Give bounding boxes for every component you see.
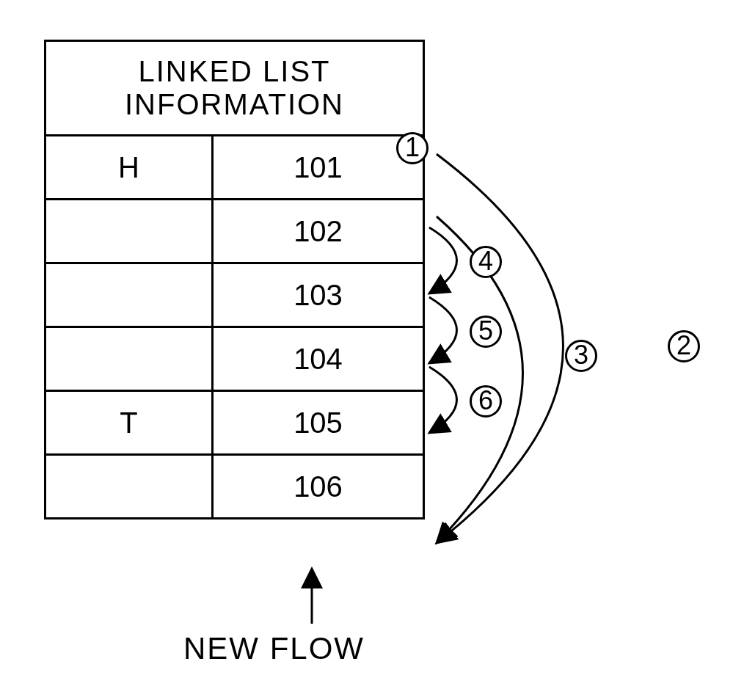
cell-value: 106 <box>213 455 424 519</box>
cell-label <box>45 327 213 391</box>
newflow-label: NEW FLOW <box>183 631 365 666</box>
marker-4: 4 <box>470 246 502 278</box>
cell-value: 104 <box>213 327 424 391</box>
cell-value: 101 <box>213 136 424 200</box>
marker-3: 3 <box>565 340 597 372</box>
cell-value: 102 <box>213 200 424 263</box>
marker-2: 2 <box>668 330 700 362</box>
cell-label <box>45 200 213 263</box>
table-row: 104 <box>45 327 424 391</box>
marker-1: 1 <box>396 132 429 164</box>
table-row: 102 <box>45 200 424 263</box>
link-arc-6 <box>429 367 457 433</box>
cell-label: H <box>45 136 213 200</box>
link-arc-2 <box>437 154 564 543</box>
cell-value: 103 <box>213 263 424 327</box>
cell-label <box>45 455 213 519</box>
link-arc-4 <box>429 227 457 294</box>
table-row: H 101 <box>45 136 424 200</box>
marker-6: 6 <box>470 385 502 418</box>
table-row: T 105 <box>45 391 424 455</box>
table-title: LINKED LIST INFORMATION <box>45 41 424 136</box>
marker-5: 5 <box>470 316 502 348</box>
link-arc-5 <box>429 297 457 363</box>
table-row: 106 <box>45 455 424 519</box>
cell-value: 105 <box>213 391 424 455</box>
table-row: 103 <box>45 263 424 327</box>
table-header-row: LINKED LIST INFORMATION <box>45 41 424 136</box>
linked-list-table: LINKED LIST INFORMATION H 101 102 103 10… <box>44 40 425 519</box>
cell-label <box>45 263 213 327</box>
cell-label: T <box>45 391 213 455</box>
